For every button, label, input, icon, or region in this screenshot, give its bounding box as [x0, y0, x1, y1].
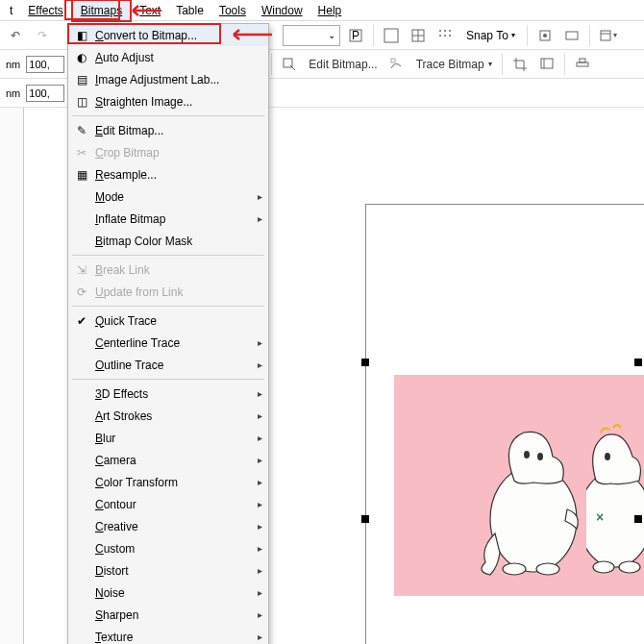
menu-item-update-from-link: ⟳Update from Link — [68, 281, 268, 303]
combo-dropdown[interactable]: ⌄ — [283, 25, 340, 46]
menu-item-mode[interactable]: Mode▸ — [68, 186, 268, 208]
submenu-arrow-icon: ▸ — [258, 543, 262, 554]
submenu-arrow-icon: ▸ — [258, 477, 262, 487]
svg-point-7 — [444, 30, 446, 32]
character-right — [586, 418, 644, 582]
svg-point-8 — [449, 30, 451, 32]
submenu-arrow-icon: ▸ — [258, 521, 262, 532]
bitmaps-dropdown: ◧Convert to Bitmap...◐Auto Adjust▤Image … — [67, 23, 269, 644]
app-launcher-icon[interactable]: ▾ — [596, 24, 619, 47]
svg-point-6 — [439, 30, 441, 32]
launch-icon[interactable] — [560, 24, 583, 47]
edit-bitmap-icon[interactable] — [278, 53, 301, 76]
menu-item-contour[interactable]: Contour▸ — [68, 493, 268, 515]
menu-item-centerline-trace[interactable]: Centerline Trace▸ — [68, 332, 268, 354]
selection-handle-nw[interactable] — [361, 359, 369, 366]
menu-help[interactable]: Help — [310, 1, 350, 20]
svg-point-9 — [439, 35, 441, 37]
menu-item-quick-trace[interactable]: ✔Quick Trace — [68, 310, 268, 332]
fullscreen-icon[interactable] — [380, 24, 403, 47]
auto-adjust-icon: ◐ — [72, 51, 91, 64]
menu-item-color-transform[interactable]: Color Transform▸ — [68, 471, 268, 493]
quick-trace-icon: ✔ — [72, 314, 91, 328]
menu-item-convert-to-bitmap[interactable]: ◧Convert to Bitmap... — [68, 24, 268, 46]
menu-text[interactable]: Text — [132, 1, 168, 20]
resample-icon: ▦ — [72, 168, 91, 182]
menu-item-outline-trace[interactable]: Outline Trace▸ — [68, 354, 268, 376]
menu-item-inflate-bitmap[interactable]: Inflate Bitmap▸ — [68, 208, 268, 230]
crop-tool-icon[interactable] — [508, 53, 532, 76]
resample-tool-icon[interactable] — [535, 53, 558, 76]
menu-tools[interactable]: Tools — [211, 1, 254, 20]
submenu-arrow-icon: ▸ — [258, 587, 262, 598]
menu-window[interactable]: Window — [254, 1, 310, 20]
character-left — [471, 413, 596, 582]
vertical-ruler — [0, 108, 24, 644]
selected-bitmap[interactable] — [394, 375, 644, 596]
menu-item-blur[interactable]: Blur▸ — [68, 427, 268, 449]
selection-handle-e[interactable] — [634, 515, 642, 523]
options-icon[interactable] — [533, 24, 557, 47]
svg-point-24 — [537, 453, 543, 460]
submenu-arrow-icon: ▸ — [258, 433, 262, 443]
menu-item-3d-effects[interactable]: 3D Effects▸ — [68, 383, 268, 405]
menu-item-resample[interactable]: ▦Resample... — [68, 163, 268, 186]
menu-bar: t Effects Bitmaps Text Table Tools Windo… — [0, 0, 644, 21]
submenu-arrow-icon: ▸ — [258, 191, 262, 202]
selection-center[interactable]: × — [596, 509, 604, 525]
width-input[interactable] — [26, 56, 64, 73]
image-adjust-icon: ▤ — [72, 73, 91, 87]
menu-item-creative[interactable]: Creative▸ — [68, 515, 268, 537]
break-link-icon: ⇲ — [72, 263, 91, 277]
svg-point-10 — [444, 35, 446, 37]
menu-item-bitmap-color-mask[interactable]: Bitmap Color Mask — [68, 230, 268, 252]
svg-point-25 — [524, 451, 530, 458]
grid-icon[interactable] — [407, 24, 430, 47]
menu-effects[interactable]: Effects — [20, 1, 70, 20]
svg-rect-22 — [580, 59, 585, 62]
menu-item-distort[interactable]: Distort▸ — [68, 559, 268, 582]
height-input[interactable] — [26, 85, 64, 102]
menu-item-break-link: ⇲Break Link — [68, 259, 268, 281]
menu-item-crop-bitmap: ✂Crop Bitmap — [68, 141, 268, 163]
menu-item-auto-adjust[interactable]: ◐Auto Adjust — [68, 46, 268, 68]
selection-handle-w[interactable] — [361, 515, 369, 523]
convert-icon: ◧ — [72, 29, 91, 42]
menu-item-custom[interactable]: Custom▸ — [68, 537, 268, 559]
unit-label-1: nm — [4, 59, 22, 70]
menu-item-image-adjustment-lab[interactable]: ▤Image Adjustment Lab... — [68, 68, 268, 90]
menu-item-camera[interactable]: Camera▸ — [68, 449, 268, 471]
svg-rect-14 — [566, 32, 578, 39]
svg-rect-19 — [541, 59, 553, 68]
align-icon[interactable] — [571, 53, 594, 76]
trace-bitmap-icon[interactable] — [385, 53, 409, 76]
trace-bitmap-button[interactable]: Trace Bitmap▾ — [412, 58, 496, 71]
crop-icon: ✂ — [72, 146, 91, 160]
update-link-icon: ⟳ — [72, 285, 91, 299]
redo-button[interactable]: ↷ — [31, 24, 54, 47]
submenu-arrow-icon: ▸ — [258, 359, 262, 370]
menu-item-noise[interactable]: Noise▸ — [68, 582, 268, 604]
menu-table[interactable]: Table — [168, 1, 211, 20]
svg-point-11 — [449, 35, 451, 37]
undo-button[interactable]: ↶ — [4, 24, 27, 47]
svg-text:P: P — [352, 29, 359, 42]
menu-item-sharpen[interactable]: Sharpen▸ — [68, 604, 268, 626]
svg-point-31 — [619, 561, 640, 573]
snap-to-dropdown[interactable]: Snap To▾ — [460, 27, 521, 44]
svg-point-13 — [543, 34, 547, 37]
publish-pdf-icon[interactable]: P — [344, 24, 367, 47]
menu-item-texture[interactable]: Texture▸ — [68, 626, 268, 644]
submenu-arrow-icon: ▸ — [258, 410, 262, 421]
svg-rect-15 — [601, 31, 610, 40]
submenu-arrow-icon: ▸ — [258, 609, 262, 620]
menu-item-art-strokes[interactable]: Art Strokes▸ — [68, 405, 268, 427]
selection-handle-ne[interactable] — [634, 359, 642, 366]
snap-grid-icon[interactable] — [433, 24, 457, 47]
menu-item-edit-bitmap[interactable]: ✎Edit Bitmap... — [68, 119, 268, 141]
edit-bitmap-button[interactable]: Edit Bitmap... — [305, 58, 381, 71]
submenu-arrow-icon: ▸ — [258, 499, 262, 509]
menu-item-straighten-image[interactable]: ◫Straighten Image... — [68, 90, 268, 112]
menu-t[interactable]: t — [2, 1, 20, 20]
menu-bitmaps[interactable]: Bitmaps — [71, 0, 132, 22]
